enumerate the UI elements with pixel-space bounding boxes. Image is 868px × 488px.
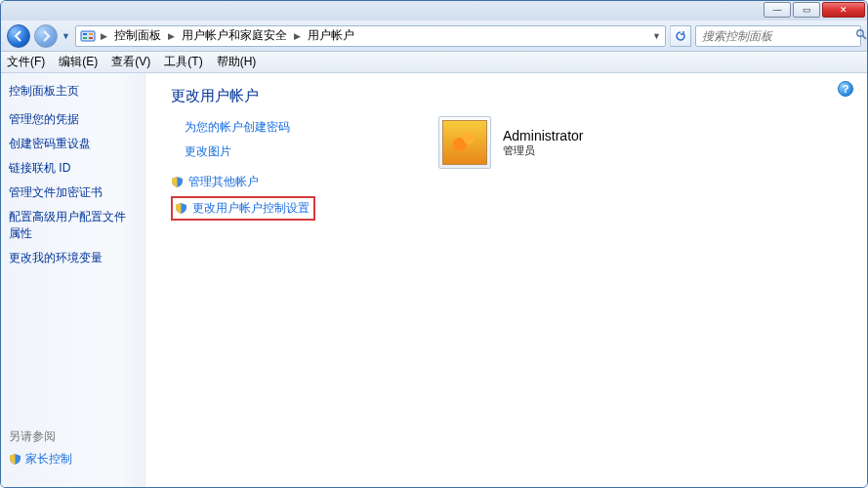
svg-rect-1 (83, 33, 87, 35)
window-titlebar: — ▭ ✕ (1, 1, 867, 20)
help-icon[interactable]: ? (838, 81, 853, 97)
breadcrumb-item[interactable]: 用户帐户和家庭安全 (180, 27, 289, 44)
svg-point-5 (857, 30, 863, 36)
sidebar-link-env-vars[interactable]: 更改我的环境变量 (9, 250, 137, 266)
account-card: Administrator 管理员 (438, 116, 583, 169)
shield-icon (175, 202, 187, 215)
menu-tools[interactable]: 工具(T) (164, 54, 202, 70)
account-role: 管理员 (503, 143, 583, 158)
page-title: 更改用户帐户 (171, 87, 847, 105)
menu-view[interactable]: 查看(V) (111, 54, 150, 70)
search-input[interactable] (700, 28, 851, 44)
task-link-manage-accounts[interactable]: 管理其他帐户 (188, 174, 259, 190)
close-button[interactable]: ✕ (822, 2, 865, 18)
control-panel-icon (80, 28, 96, 44)
sidebar-link-adv-profile[interactable]: 配置高级用户配置文件属性 (9, 209, 137, 242)
svg-rect-3 (83, 37, 87, 39)
search-icon[interactable] (855, 28, 867, 43)
minimize-button[interactable]: — (764, 2, 791, 18)
task-link-uac-settings[interactable]: 更改用户帐户控制设置 (192, 200, 310, 217)
breadcrumb-item[interactable]: 用户帐户 (306, 27, 356, 44)
sidebar-link-efs-certs[interactable]: 管理文件加密证书 (9, 184, 137, 201)
refresh-button[interactable] (670, 25, 691, 47)
nav-back-button[interactable] (7, 24, 30, 48)
svg-rect-2 (89, 33, 93, 35)
sidebar-link-online-id[interactable]: 链接联机 ID (9, 160, 137, 177)
avatar-image (442, 120, 487, 165)
sidebar-link-password-reset[interactable]: 创建密码重设盘 (9, 136, 137, 152)
account-name: Administrator (503, 128, 583, 143)
sidebar-heading[interactable]: 控制面板主页 (9, 83, 137, 100)
chevron-right-icon: ▶ (291, 31, 304, 41)
shield-icon (171, 176, 184, 188)
window-buttons: — ▭ ✕ (764, 2, 865, 18)
svg-rect-4 (89, 37, 93, 39)
menu-edit[interactable]: 编辑(E) (59, 54, 98, 70)
chevron-right-icon: ▶ (165, 31, 178, 41)
content-area: ? 更改用户帐户 为您的帐户创建密码 更改图片 管理其他帐户 更改用户帐户控制设… (145, 73, 867, 487)
svg-rect-0 (81, 31, 95, 41)
sidebar-link-parental[interactable]: 家长控制 (25, 451, 72, 468)
sidebar-see-also: 另请参阅 (9, 428, 137, 445)
chevron-right-icon: ▶ (98, 31, 110, 41)
search-box[interactable] (695, 25, 861, 47)
nav-forward-button[interactable] (34, 24, 58, 48)
shield-icon (9, 453, 21, 466)
breadcrumb[interactable]: ▶ 控制面板 ▶ 用户帐户和家庭安全 ▶ 用户帐户 ▼ (75, 25, 666, 47)
sidebar-link-credentials[interactable]: 管理您的凭据 (9, 111, 137, 128)
sidebar: 控制面板主页 管理您的凭据 创建密码重设盘 链接联机 ID 管理文件加密证书 配… (1, 73, 145, 487)
menu-bar: 文件(F) 编辑(E) 查看(V) 工具(T) 帮助(H) (1, 52, 867, 73)
nav-history-dropdown[interactable]: ▼ (62, 31, 71, 41)
svg-line-6 (863, 36, 866, 39)
address-bar: ▼ ▶ 控制面板 ▶ 用户帐户和家庭安全 ▶ 用户帐户 ▼ (1, 20, 867, 52)
avatar-frame[interactable] (438, 116, 491, 169)
chevron-down-icon[interactable]: ▼ (652, 31, 661, 41)
maximize-button[interactable]: ▭ (793, 2, 820, 18)
menu-file[interactable]: 文件(F) (7, 54, 45, 70)
highlight-box: 更改用户帐户控制设置 (171, 196, 315, 221)
menu-help[interactable]: 帮助(H) (217, 54, 257, 70)
breadcrumb-item[interactable]: 控制面板 (112, 27, 163, 44)
